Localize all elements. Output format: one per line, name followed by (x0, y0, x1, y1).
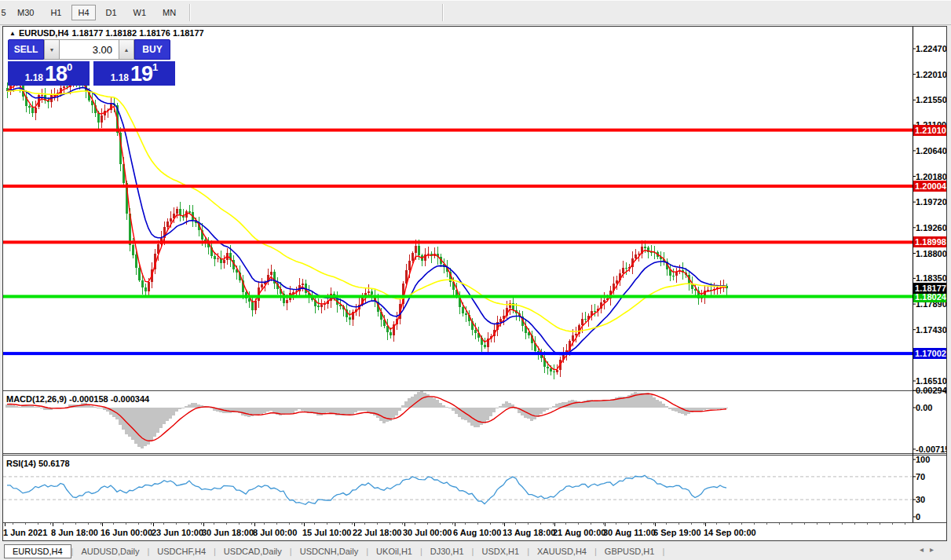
chart-title: ▲EURUSD,H41.18177 1.18182 1.18176 1.1817… (9, 28, 207, 38)
symbol-tab-dj30[interactable]: DJ30,H1 (422, 544, 472, 558)
timeframe-button-mn[interactable]: MN (156, 5, 182, 20)
symbol-tab-ukoil[interactable]: UKOil,H1 (368, 544, 420, 558)
svg-text:1.18998: 1.18998 (915, 237, 946, 247)
price-tag-1.17002: 1.17002 (913, 348, 946, 359)
volume-input[interactable]: 3.00 (60, 39, 119, 60)
tab-scroll-right-button[interactable]: ▸ (930, 545, 940, 554)
symbol-tab-xauusd[interactable]: XAUUSD,H4 (529, 544, 594, 558)
ask-pipette: 1 (152, 63, 158, 72)
spin-up-icon: ▲ (124, 47, 130, 53)
svg-text:22 Jul 18:00: 22 Jul 18:00 (353, 528, 401, 537)
svg-text:0.00: 0.00 (916, 403, 932, 412)
price-axis[interactable]: 1.224701.220101.215501.211001.206401.201… (913, 27, 946, 522)
svg-text:6 Aug 10:00: 6 Aug 10:00 (453, 528, 501, 537)
svg-text:1 Jun 2021: 1 Jun 2021 (3, 528, 47, 537)
ask-prefix: 1.18 (111, 72, 129, 83)
volume-increase-button[interactable]: ▲ (119, 39, 134, 60)
chart-window: 1.224701.220101.215501.211001.206401.201… (2, 26, 947, 541)
symbol-tab-eurusd[interactable]: EURUSD,H4 (4, 544, 71, 558)
tab-scroll-buttons: ◂▸ (920, 545, 940, 554)
bid-big-digits: 18 (45, 65, 67, 83)
bid-pipette: 0 (67, 63, 72, 72)
symbol-tab-usdcnh[interactable]: USDCNH,Daily (292, 544, 367, 558)
timeframe-button-h4[interactable]: H4 (71, 5, 95, 20)
svg-text:1.17430: 1.17430 (916, 325, 946, 335)
toolbar-separator (189, 4, 191, 21)
svg-text:21 Aug 00:00: 21 Aug 00:00 (553, 528, 605, 537)
hline-1.17002[interactable] (3, 352, 913, 355)
price-tag-1.18998: 1.18998 (913, 236, 946, 247)
symbol-tab-usdcad[interactable]: USDCAD,Daily (216, 544, 290, 558)
symbol-tab-bar: EURUSD,H4|AUDUSD,Daily|USDCHF,H4|USDCAD,… (0, 542, 951, 560)
svg-text:30 Jun 18:00: 30 Jun 18:00 (202, 528, 254, 537)
bid-prefix: 1.18 (25, 72, 43, 83)
svg-text:1.21550: 1.21550 (916, 95, 946, 104)
tab-scroll-left-button[interactable]: ◂ (920, 545, 930, 554)
toolbar-separator (442, 4, 444, 21)
svg-text:1.18800: 1.18800 (916, 249, 946, 258)
svg-text:1.18350: 1.18350 (916, 273, 946, 283)
svg-text:1.16510: 1.16510 (916, 376, 946, 386)
svg-text:6 Sep 19:00: 6 Sep 19:00 (653, 528, 701, 537)
symbol-tab-usdx[interactable]: USDX,H1 (474, 544, 527, 558)
svg-text:8 Jul 00:00: 8 Jul 00:00 (253, 528, 297, 537)
svg-text:1.17002: 1.17002 (915, 349, 946, 358)
svg-text:30: 30 (916, 495, 925, 504)
chart-quote-label: 1.18177 1.18182 1.18176 1.18177 (72, 28, 204, 38)
timeframe-button-d1[interactable]: D1 (100, 5, 123, 20)
svg-text:1.20640: 1.20640 (916, 146, 946, 156)
svg-text:1.22470: 1.22470 (916, 44, 946, 53)
svg-text:1.18177: 1.18177 (915, 284, 946, 293)
sell-price-display[interactable]: 1.18 18 0 (8, 61, 90, 86)
price-tag-1.21010: 1.21010 (913, 125, 946, 136)
hline-1.18998[interactable] (3, 240, 913, 243)
svg-text:14 Sep 00:00: 14 Sep 00:00 (704, 528, 756, 537)
svg-text:1.20004: 1.20004 (915, 181, 946, 191)
tab-separator: | (662, 547, 664, 556)
svg-text:70: 70 (916, 472, 925, 481)
macd-label: MACD(12,26,9) -0.000158 -0.000344 (6, 394, 150, 404)
svg-text:1.20180: 1.20180 (916, 172, 946, 181)
one-click-trading-panel: SELL ▼ 3.00 ▲ BUY 1.18 18 0 1.18 19 1 (8, 39, 175, 86)
svg-text:8 Jun 18:00: 8 Jun 18:00 (51, 528, 98, 537)
current-price-tag: 1.18177 (913, 283, 946, 294)
volume-decrease-button[interactable]: ▼ (44, 39, 60, 60)
symbol-tab-gbpusd[interactable]: GBPUSD,H1 (597, 544, 663, 558)
ask-big-digits: 19 (130, 65, 152, 83)
timeframe-button-h1[interactable]: H1 (44, 5, 68, 20)
price-tag-1.20004: 1.20004 (913, 181, 946, 192)
symbol-tab-audusd[interactable]: AUDUSD,Daily (73, 544, 147, 558)
timeframe-toolbar: 5M30H1H4D1W1MN (0, 0, 951, 25)
svg-text:0: 0 (916, 512, 920, 522)
svg-text:1.19260: 1.19260 (916, 223, 946, 232)
chart-symbol-label: EURUSD,H4 (19, 28, 69, 38)
sell-button[interactable]: SELL (8, 39, 44, 60)
buy-price-display[interactable]: 1.18 19 1 (93, 61, 175, 86)
hline-1.18024[interactable] (3, 295, 913, 298)
svg-text:16 Jun 00:00: 16 Jun 00:00 (101, 528, 152, 537)
svg-text:1.22010: 1.22010 (916, 70, 946, 79)
svg-text:15 Jul 10:00: 15 Jul 10:00 (302, 528, 351, 537)
svg-text:0.002947: 0.002947 (916, 386, 946, 395)
svg-text:13 Aug 18:00: 13 Aug 18:00 (503, 528, 555, 537)
svg-text:100: 100 (916, 455, 930, 464)
spin-down-icon: ▼ (49, 47, 55, 53)
svg-text:1.21010: 1.21010 (915, 126, 946, 135)
hline-1.20004[interactable] (3, 185, 913, 188)
hline-1.21010[interactable] (3, 129, 913, 132)
svg-text:-0.007151: -0.007151 (916, 445, 946, 454)
svg-text:1.19720: 1.19720 (916, 197, 946, 207)
svg-text:30 Aug 11:00: 30 Aug 11:00 (603, 528, 656, 537)
rsi-label: RSI(14) 50.6178 (6, 459, 70, 468)
timeframe-button-w1[interactable]: W1 (127, 5, 153, 20)
timeframe-button-5[interactable]: 5 (0, 5, 7, 20)
timeframe-button-m30[interactable]: M30 (11, 5, 40, 20)
svg-text:30 Jul 00:00: 30 Jul 00:00 (403, 528, 452, 537)
svg-text:23 Jun 10:00: 23 Jun 10:00 (152, 528, 203, 537)
symbol-tab-usdchf[interactable]: USDCHF,H4 (149, 544, 214, 558)
collapse-icon[interactable]: ▲ (9, 30, 16, 37)
buy-button[interactable]: BUY (134, 39, 170, 60)
chart-canvas[interactable]: 1.224701.220101.215501.211001.206401.201… (3, 27, 946, 540)
